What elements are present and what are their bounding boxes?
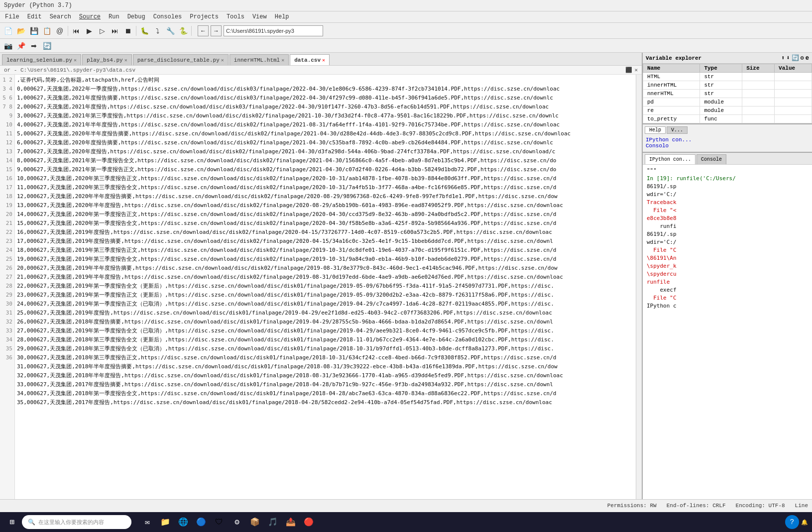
var-table-row[interactable]: pdmodule [643, 98, 812, 106]
variable-table-container: Name Type Size Value HTMLstrinnerHTMLstr… [643, 64, 812, 123]
tab-close-icon[interactable]: ✕ [124, 57, 127, 63]
help-link-ipython[interactable]: IPython con... [646, 137, 809, 143]
permissions: Permissions: RW [607, 503, 657, 509]
tab-play-bs4[interactable]: play_bs4.py ✕ [82, 54, 132, 65]
tab-close-icon[interactable]: ✕ [281, 57, 284, 63]
taskbar-icon-music[interactable]: 🎵 [265, 514, 281, 530]
tb2-btn2[interactable]: 📌 [15, 40, 27, 52]
console-line: 86191/.sp [647, 183, 808, 191]
taskbar-icon-settings[interactable]: ⚙ [229, 514, 245, 530]
col-value: Value [775, 64, 812, 73]
taskbar-icon-chrome[interactable]: 🔵 [193, 514, 209, 530]
taskbar-icon-shield[interactable]: 🛡 [211, 514, 227, 530]
menu-help[interactable]: Help [272, 12, 292, 21]
tab-innerHTML[interactable]: innerHTML.html ✕ [230, 54, 289, 65]
var-cell-size [742, 81, 775, 90]
code-editor[interactable]: ,证券代码,简称,公告标题,attachpath,href,公告时间 0,000… [15, 75, 636, 499]
help-link-console[interactable]: Consolo [646, 143, 809, 149]
taskbar-icon-filezilla[interactable]: 📤 [283, 514, 299, 530]
tab-parse-disclosure[interactable]: parse_disclosure_table.py ✕ [133, 54, 229, 65]
run-sel-btn[interactable]: ▷ [96, 25, 108, 37]
run-btn[interactable]: ▶ [83, 25, 95, 37]
windows-search[interactable]: 🔍 在这里输入你要搜索的内容 [22, 515, 131, 529]
console-line: e8ce3b8e8 [647, 214, 808, 222]
console-line: wdir='C:/ [647, 191, 808, 199]
new-file-btn[interactable]: 📄 [2, 25, 14, 37]
var-table-row[interactable]: HTMLstr [643, 73, 812, 81]
debug-btn[interactable]: 🐛 [138, 25, 150, 37]
tab-learning-selenium[interactable]: learning_selenium.py ✕ [2, 54, 81, 65]
taskbar-icon-pkg[interactable]: 📦 [247, 514, 263, 530]
var-table-row[interactable]: nnerHTMLstr [643, 90, 812, 98]
var-table-row[interactable]: to_prettyfunc [643, 115, 812, 123]
menu-view[interactable]: View [249, 12, 270, 21]
save-all-btn[interactable]: 📋 [41, 25, 53, 37]
tab-label: learning_selenium.py [6, 57, 72, 63]
settings-icon[interactable]: ⚙ [801, 54, 804, 62]
main-area: learning_selenium.py ✕ play_bs4.py ✕ par… [0, 53, 812, 499]
run-next-btn[interactable]: ⏭ [109, 25, 121, 37]
help-tabs: Help V... [645, 126, 810, 134]
menu-source[interactable]: Source [76, 12, 104, 21]
help-tab-help[interactable]: Help [645, 126, 666, 134]
vertical-scrollbar[interactable] [636, 75, 642, 499]
console-output[interactable]: """In [19]: runfile('C:/Users/86191/.spw… [643, 165, 812, 499]
console-tab-ipython[interactable]: IPython con... [645, 154, 696, 164]
tab-data-csv[interactable]: data.csv ✕ [290, 54, 330, 65]
menu-tools[interactable]: Tools [224, 12, 247, 21]
taskbar-icon-ie[interactable]: 🌐 [175, 514, 191, 530]
taskbar-notification[interactable]: 🔔 [801, 519, 808, 526]
refresh-icon[interactable]: 🔄 [792, 54, 799, 62]
var-table-row[interactable]: innerHTMLstr [643, 81, 812, 90]
var-cell-size [742, 98, 775, 106]
menu-debug[interactable]: Debug [124, 12, 148, 21]
console-line: runfile [647, 278, 808, 286]
menu-consoles[interactable]: Consoles [150, 12, 185, 21]
panel-options-icon[interactable]: ⬛ [625, 67, 632, 73]
var-cell-name: pd [643, 98, 700, 106]
menu-edit[interactable]: Edit [24, 12, 45, 21]
windows-start-btn[interactable]: ⊞ [4, 514, 20, 530]
tb2-btn1[interactable]: 📷 [2, 40, 14, 52]
panel-icon-group: ⬆ ⬇ 🔄 ⚙ e [781, 54, 809, 62]
forward-btn[interactable]: → [211, 25, 222, 36]
step-btn[interactable]: ⤵ [151, 25, 163, 37]
main-toolbar: 📄 📂 💾 📋 @ ⏮ ▶ ▷ ⏭ ⏹ 🐛 ⤵ 🔧 🐍 ← → [0, 23, 812, 39]
wrench-btn[interactable]: 🔧 [164, 25, 176, 37]
col-name: Name [643, 64, 700, 73]
tab-close-icon[interactable]: ✕ [74, 57, 77, 63]
tb2-refresh[interactable]: 🔄 [41, 40, 53, 52]
email-btn[interactable]: @ [54, 25, 66, 37]
import-icon[interactable]: ⬆ [781, 54, 785, 62]
back-btn[interactable]: ← [198, 25, 209, 36]
help-tab-v[interactable]: V... [667, 126, 688, 134]
path-input[interactable] [224, 25, 323, 36]
title-bar: Spyder (Python 3.7) [0, 0, 812, 11]
app-title: Spyder (Python 3.7) [4, 2, 72, 9]
export-icon[interactable]: ⬇ [786, 54, 790, 62]
tab-close-icon[interactable]: ✕ [322, 57, 325, 63]
taskbar-icon-folder[interactable]: 📁 [157, 514, 173, 530]
tab-close-icon[interactable]: ✕ [221, 57, 224, 63]
var-table-row[interactable]: remodule [643, 106, 812, 115]
taskbar-icon-app[interactable]: 🔴 [301, 514, 317, 530]
menu-projects[interactable]: Projects [187, 12, 222, 21]
tb2-btn3[interactable]: ➡ [28, 40, 40, 52]
menu-run[interactable]: Run [106, 12, 122, 21]
save-btn[interactable]: 💾 [28, 25, 40, 37]
variable-explorer-header: Variable explorer ⬆ ⬇ 🔄 ⚙ e [643, 53, 812, 64]
run-prev-btn[interactable]: ⏮ [70, 25, 82, 37]
stop-btn[interactable]: ⏹ [122, 25, 134, 37]
panel-close-icon[interactable]: ✕ [634, 67, 638, 73]
menu-file[interactable]: File [2, 12, 22, 21]
taskbar-icon-mail[interactable]: ✉ [139, 514, 155, 530]
python-btn[interactable]: 🐍 [177, 25, 189, 37]
menu-search[interactable]: Search [47, 12, 74, 21]
panel-close-icon-right[interactable]: e [806, 55, 809, 62]
variable-rows: HTMLstrinnerHTMLstrnnerHTMLstrpdmodulere… [643, 73, 812, 123]
open-file-btn[interactable]: 📂 [15, 25, 27, 37]
console-tab-console[interactable]: Console [696, 154, 726, 164]
console-line: Traceback [647, 199, 808, 207]
taskbar-help-btn[interactable]: ? [785, 515, 799, 529]
var-cell-type: func [700, 115, 742, 123]
